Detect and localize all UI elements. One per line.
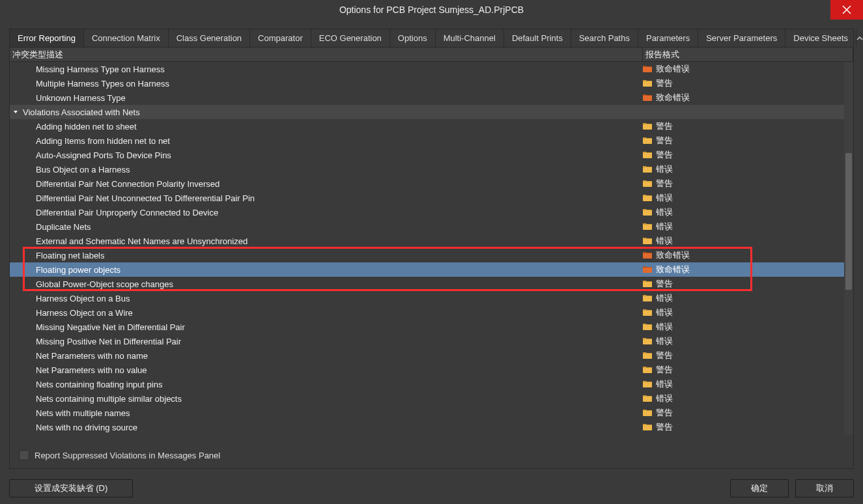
report-level[interactable]: 致命错误 [656,264,690,275]
report-level[interactable]: 错误 [656,335,673,347]
violation-name: Harness Object on a Bus [36,294,130,303]
report-folder-icon [643,423,656,432]
group-row[interactable]: Violations Associated with Nets [10,105,844,119]
close-button[interactable] [830,0,863,20]
tab-class-generation[interactable]: Class Generation [169,29,250,47]
tab-eco-generation[interactable]: ECO Generation [311,29,390,47]
tab-strip: Error ReportingConnection MatrixClass Ge… [10,29,853,48]
violation-row[interactable]: Multiple Harness Types on Harness警告 [10,76,844,91]
report-folder-icon [643,408,656,418]
report-level[interactable]: 错误 [656,163,673,175]
defaults-button[interactable]: 设置成安装缺省 (D) [9,479,133,497]
report-folder-icon [643,337,656,346]
violation-name: Differential Pair Unproperly Connected t… [36,208,218,217]
report-level[interactable]: 错误 [656,321,673,333]
column-header-report[interactable]: 报告格式 [643,48,853,61]
report-level[interactable]: 错误 [656,378,673,390]
report-level[interactable]: 警告 [656,364,673,376]
report-level[interactable]: 错误 [656,292,673,304]
violation-row[interactable]: Nets with multiple names警告 [10,406,844,420]
violation-row[interactable]: Differential Pair Unproperly Connected t… [10,205,844,219]
vertical-scrollbar[interactable] [844,62,853,435]
violation-name: Floating net labels [36,251,105,260]
violation-name: External and Schematic Net Names are Uns… [36,236,248,246]
report-level[interactable]: 错误 [656,221,673,232]
close-icon [842,5,851,14]
violation-row[interactable]: Differential Pair Net Unconnected To Dif… [10,191,844,205]
violation-row[interactable]: Floating power objects致命错误 [10,262,844,277]
report-level[interactable]: 致命错误 [656,92,690,104]
violation-row[interactable]: External and Schematic Net Names are Uns… [10,234,844,248]
report-level[interactable]: 警告 [656,407,673,419]
violation-row[interactable]: Nets with no driving source警告 [10,420,844,434]
tab-server-parameters[interactable]: Server Parameters [698,29,785,47]
violation-row[interactable]: Unknown Harness Type致命错误 [10,91,844,105]
report-folder-icon [643,236,656,246]
report-level[interactable]: 警告 [656,350,673,361]
violation-row[interactable]: Harness Object on a Wire错误 [10,305,844,320]
report-level[interactable]: 警告 [656,421,673,433]
group-label: Violations Associated with Nets [23,107,140,117]
violation-row[interactable]: Floating net labels致命错误 [10,248,844,262]
violation-row[interactable]: Harness Object on a Bus错误 [10,291,844,305]
report-level[interactable]: 警告 [656,178,673,189]
column-header-violation[interactable]: 冲突类型描述 [10,48,643,61]
expander-icon[interactable] [12,109,19,115]
ok-button[interactable]: 确定 [730,479,789,497]
tab-device-sheets[interactable]: Device Sheets [785,29,856,47]
violation-name: Missing Positive Net in Differential Pai… [36,337,181,346]
violation-name: Nets with multiple names [36,408,130,418]
report-level[interactable]: 致命错误 [656,63,690,75]
violation-row[interactable]: Missing Negative Net in Differential Pai… [10,320,844,334]
report-folder-icon [643,208,656,217]
report-level[interactable]: 致命错误 [656,249,690,261]
violation-name: Auto-Assigned Ports To Device Pins [36,150,171,160]
report-level[interactable]: 警告 [656,149,673,161]
scrollbar-thumb[interactable] [845,153,852,290]
report-level[interactable]: 警告 [656,77,673,89]
report-folder-icon [643,150,656,160]
violation-name: Missing Negative Net in Differential Pai… [36,322,185,332]
report-folder-icon [643,265,656,275]
violation-row[interactable]: Auto-Assigned Ports To Device Pins警告 [10,148,844,162]
report-folder-icon [643,394,656,404]
violation-row[interactable]: Nets containing floating input pins错误 [10,377,844,391]
dialog-footer: 设置成安装缺省 (D) 确定 取消 [0,479,863,499]
violation-row[interactable]: Adding Items from hidden net to net警告 [10,133,844,148]
tab-scroll-up-icon[interactable] [856,29,863,47]
violation-row[interactable]: Duplicate Nets错误 [10,219,844,234]
suppress-checkbox[interactable] [19,450,29,460]
violation-name: Floating power objects [36,265,120,275]
violation-row[interactable]: Net Parameters with no name警告 [10,348,844,363]
report-level[interactable]: 错误 [656,393,673,404]
violation-row[interactable]: Differential Pair Net Connection Polarit… [10,176,844,191]
suppress-checkbox-label[interactable]: Report Suppressed Violations in Messages… [35,451,220,460]
tab-comparator[interactable]: Comparator [250,29,311,47]
violation-row[interactable]: Missing Harness Type on Harness致命错误 [10,62,844,76]
report-level[interactable]: 错误 [656,307,673,318]
window-title: Options for PCB Project Sumjess_AD.PrjPC… [339,5,524,15]
violation-name: Nets with no driving source [36,423,137,432]
tab-multi-channel[interactable]: Multi-Channel [436,29,504,47]
tab-connection-matrix[interactable]: Connection Matrix [84,29,169,47]
report-level[interactable]: 错误 [656,192,673,204]
report-level[interactable]: 警告 [656,135,673,147]
report-level[interactable]: 警告 [656,120,673,132]
violation-row[interactable]: Net Parameters with no value警告 [10,363,844,377]
tab-options[interactable]: Options [390,29,436,47]
report-level[interactable]: 警告 [656,278,673,290]
tab-search-paths[interactable]: Search Paths [571,29,638,47]
violation-row[interactable]: Missing Positive Net in Differential Pai… [10,334,844,348]
violation-row[interactable]: Nets containing multiple similar objects… [10,391,844,406]
violation-name: Bus Object on a Harness [36,165,130,175]
report-folder-icon [643,179,656,189]
cancel-button[interactable]: 取消 [795,479,854,497]
tab-parameters[interactable]: Parameters [638,29,698,47]
tab-error-reporting[interactable]: Error Reporting [10,29,84,47]
report-level[interactable]: 错误 [656,206,673,218]
violation-row[interactable]: Adding hidden net to sheet警告 [10,119,844,133]
tab-default-prints[interactable]: Default Prints [504,29,571,47]
report-level[interactable]: 错误 [656,235,673,247]
violation-row[interactable]: Global Power-Object scope changes警告 [10,277,844,291]
violation-row[interactable]: Bus Object on a Harness错误 [10,162,844,176]
